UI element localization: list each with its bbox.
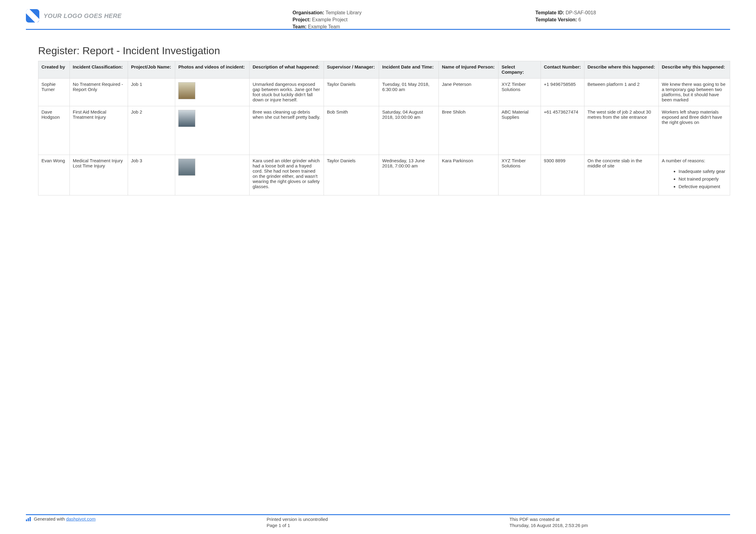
cell-created-by: Sophie Turner: [39, 79, 70, 106]
cell-classification: No Treatment Required - Report Only: [69, 79, 128, 106]
col-datetime: Incident Date and Time:: [379, 61, 439, 79]
cell-why: A number of reasons:Inadequate safety ge…: [659, 155, 730, 195]
header-meta-center: Organisation: Template Library Project: …: [292, 9, 362, 31]
cell-why: We knew there was going to be a temporar…: [659, 79, 730, 106]
cell-injured: Kara Parkinson: [439, 155, 499, 195]
why-text: We knew there was going to be a temporar…: [662, 82, 727, 102]
page-footer: Generated with dashpivot.com Printed ver…: [26, 516, 730, 528]
why-text: Workers left sharp materials exposed and…: [662, 109, 727, 125]
page-title: Register: Report - Incident Investigatio…: [38, 45, 220, 57]
cell-supervisor: Taylor Daniels: [324, 79, 379, 106]
cell-company: XYZ Timber Solutions: [499, 79, 541, 106]
col-injured: Name of Injured Person:: [439, 61, 499, 79]
cell-classification: First Aid Medical Treatment Injury: [69, 106, 128, 155]
cell-description: Unmarked dangerous exposed gap between w…: [249, 79, 324, 106]
table-row: Sophie TurnerNo Treatment Required - Rep…: [39, 79, 730, 106]
incident-photo-thumb: [178, 82, 195, 99]
uncontrolled-text: Printed version is uncontrolled: [267, 516, 328, 522]
incident-photo-thumb: [178, 159, 195, 176]
team-value: Example Team: [308, 24, 340, 29]
org-label: Organisation:: [292, 10, 324, 15]
table-row: Dave HodgsonFirst Aid Medical Treatment …: [39, 106, 730, 155]
col-company: Select Company:: [499, 61, 541, 79]
cell-supervisor: Bob Smith: [324, 106, 379, 155]
header-rule: [26, 29, 730, 30]
why-list-item: Not trained properly: [679, 176, 727, 181]
generated-prefix: Generated with: [34, 516, 66, 521]
cell-classification: Medical Treatment Injury Lost Time Injur…: [69, 155, 128, 195]
cell-why: Workers left sharp materials exposed and…: [659, 106, 730, 155]
project-value: Example Project: [312, 17, 348, 22]
cell-contact: 9300 8899: [541, 155, 584, 195]
cell-supervisor: Taylor Daniels: [324, 155, 379, 195]
col-classification: Incident Classification:: [69, 61, 128, 79]
logo-block: YOUR LOGO GOES HERE: [26, 9, 122, 22]
col-description: Description of what happened:: [249, 61, 324, 79]
cell-contact: +1 9496758585: [541, 79, 584, 106]
cell-datetime: Saturday, 04 August 2018, 10:00:00 am: [379, 106, 439, 155]
cell-photos: [175, 155, 250, 195]
cell-injured: Bree Shiloh: [439, 106, 499, 155]
template-ver-label: Template Version:: [535, 17, 577, 22]
register-table-wrap: Created by Incident Classification: Proj…: [38, 61, 730, 195]
cell-photos: [175, 79, 250, 106]
page-header: YOUR LOGO GOES HERE Organisation: Templa…: [26, 9, 730, 27]
cell-company: ABC Material Supplies: [499, 106, 541, 155]
cell-contact: +61 4573627474: [541, 106, 584, 155]
generated-link[interactable]: dashpivot.com: [66, 516, 96, 521]
why-list-item: Defective equipment: [679, 184, 727, 189]
table-header-row: Created by Incident Classification: Proj…: [39, 61, 730, 79]
why-text: A number of reasons:: [662, 158, 727, 163]
cell-company: XYZ Timber Solutions: [499, 155, 541, 195]
cell-created-by: Evan Wong: [39, 155, 70, 195]
project-label: Project:: [292, 17, 311, 22]
cell-where: On the concrete slab in the middle of si…: [584, 155, 659, 195]
col-contact: Contact Number:: [541, 61, 584, 79]
created-label: This PDF was created at: [509, 516, 588, 522]
col-why: Describe why this happened:: [659, 61, 730, 79]
page-number: Page 1 of 1: [267, 522, 328, 528]
bars-icon: [26, 516, 31, 521]
why-list-item: Inadequate safety gear: [679, 169, 727, 174]
cell-where: Between platform 1 and 2: [584, 79, 659, 106]
template-id-label: Template ID:: [535, 10, 564, 15]
cell-job: Job 2: [128, 106, 175, 155]
register-table: Created by Incident Classification: Proj…: [38, 61, 730, 195]
cell-photos: [175, 106, 250, 155]
why-list: Inadequate safety gearNot trained proper…: [679, 169, 727, 189]
footer-left: Generated with dashpivot.com: [26, 516, 96, 521]
header-meta-right: Template ID: DP-SAF-0018 Template Versio…: [535, 9, 596, 23]
footer-rule: [26, 514, 730, 515]
incident-photo-thumb: [178, 110, 195, 127]
team-label: Team:: [292, 24, 307, 29]
logo-text: YOUR LOGO GOES HERE: [43, 13, 122, 19]
col-photos: Photos and videos of incident:: [175, 61, 250, 79]
cell-description: Kara used an older grinder which had a l…: [249, 155, 324, 195]
template-ver-value: 6: [578, 17, 581, 22]
org-value: Template Library: [325, 10, 362, 15]
cell-datetime: Wednesday, 13 June 2018, 7:00:00 am: [379, 155, 439, 195]
cell-datetime: Tuesday, 01 May 2018, 6:30:00 am: [379, 79, 439, 106]
table-row: Evan WongMedical Treatment Injury Lost T…: [39, 155, 730, 195]
logo-icon: [26, 9, 39, 22]
cell-description: Bree was cleaning up debris when she cut…: [249, 106, 324, 155]
footer-right: This PDF was created at Thursday, 16 Aug…: [509, 516, 588, 529]
cell-job: Job 3: [128, 155, 175, 195]
col-where: Describe where this happened:: [584, 61, 659, 79]
col-created-by: Created by: [39, 61, 70, 79]
cell-where: The west side of job 2 about 30 metres f…: [584, 106, 659, 155]
cell-created-by: Dave Hodgson: [39, 106, 70, 155]
col-supervisor: Supervisor / Manager:: [324, 61, 379, 79]
col-job: Project/Job Name:: [128, 61, 175, 79]
created-value: Thursday, 16 August 2018, 2:53:26 pm: [509, 522, 588, 528]
cell-injured: Jane Peterson: [439, 79, 499, 106]
template-id-value: DP-SAF-0018: [566, 10, 596, 15]
cell-job: Job 1: [128, 79, 175, 106]
footer-center: Printed version is uncontrolled Page 1 o…: [267, 516, 328, 529]
